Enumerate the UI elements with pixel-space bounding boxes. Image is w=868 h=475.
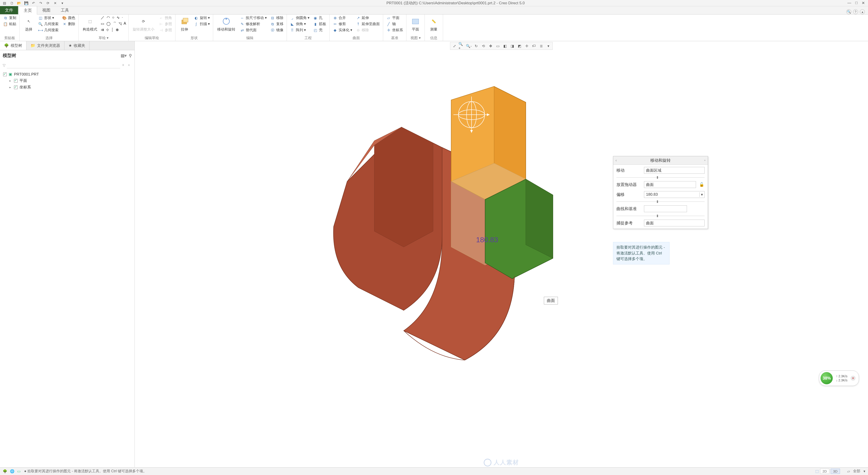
dimsearch-button[interactable]: ⟷几何搜索 [37,28,59,33]
select-button[interactable]: ↖选择 [22,16,35,33]
checkbox-icon[interactable] [14,79,18,83]
tree-item-plane[interactable]: ▸平面 [3,77,131,84]
perf-close-icon[interactable]: ✕ [850,376,856,381]
circle-icon[interactable]: ○ [112,16,114,20]
tree-item-csys[interactable]: ▸坐标系 [3,84,131,90]
color-button[interactable]: 🎨颜色 [61,16,76,21]
vt-more-icon[interactable]: ▾ [545,43,552,49]
performance-widget[interactable]: 38% ↑ 2.3K/s↓ 2.3K/s ✕ [819,370,859,386]
qat-save-icon[interactable]: 💾 [24,1,29,5]
rect-icon[interactable]: ▭ [101,22,104,26]
shell-button[interactable]: ◰壳 [312,28,327,33]
copy-button[interactable]: ⧉复制 [2,16,17,21]
vt-pan-icon[interactable]: ✥ [487,43,494,49]
slider-1[interactable] [616,177,705,178]
hole-button[interactable]: ◉孔 [312,16,327,21]
tree-filter-icon[interactable]: ⚲ [129,53,132,58]
file-tab[interactable]: 文件 [0,6,18,14]
rib-button[interactable]: ▮筋板 [312,22,327,27]
dim-move-button[interactable]: ↔按尺寸移动 ▾ [239,16,268,21]
project-icon[interactable]: ⊹ [106,28,109,32]
checkbox-icon[interactable] [14,86,18,89]
point-icon[interactable]: · [122,16,123,20]
extend-button[interactable]: ↗延伸 [355,16,381,21]
copy-move-button[interactable]: ⧉复移 [270,22,284,27]
expand-icon[interactable]: ▸ [9,79,12,82]
qat-undo-icon[interactable]: ↶ [31,1,36,5]
view-2d-button[interactable]: 2D [820,469,829,474]
tree-settings-icon[interactable]: ▤▾ [121,53,127,58]
curve-field[interactable] [644,205,687,212]
sb-filter-icon[interactable]: ▱ [847,469,850,473]
centerline-icon[interactable]: ┊ [111,28,114,32]
tree-search-input[interactable] [7,62,120,68]
chamfer2-button[interactable]: ◣倒角 ▾ [289,22,310,27]
home-tab[interactable]: 主页 [19,6,37,14]
vt-named-icon[interactable]: ▭ [494,43,501,49]
tree-search-clear[interactable]: × [120,63,126,67]
vt-saved-icon[interactable]: ◧ [502,43,508,49]
vt-refit-icon[interactable]: ⤢ [451,43,458,49]
pattern-button[interactable]: ⠿阵列 ▾ [289,28,310,33]
tree-tab-fav[interactable]: ★收藏夹 [64,41,90,50]
qat-menu-icon[interactable]: ▤ [2,1,7,5]
ellipse-icon[interactable]: ◯ [106,22,111,26]
datum-csys-button[interactable]: ✛坐标系 [385,28,404,33]
panel-pin-icon[interactable]: ▫ [704,158,706,162]
help-icon[interactable]: ? [853,9,858,14]
tree-tab-model[interactable]: 🌳模型树 [0,41,26,50]
fillet-icon[interactable]: ⌒ [113,22,116,26]
datum-axis-button[interactable]: ╱轴 [385,22,404,27]
trim-surf-button[interactable]: ✂修剪 [332,22,353,27]
vt-annot-icon[interactable]: 🏷 [530,43,537,49]
vt-repaint-icon[interactable]: ↻ [473,43,479,49]
text-icon[interactable]: A [124,22,126,26]
sweep-button[interactable]: ∫扫描 ▾ [193,22,211,27]
filter-dropdown-icon[interactable]: ▾ [864,469,865,473]
replace-face-button[interactable]: ⇄替代面 [239,28,268,33]
sb-window-icon[interactable]: ▭ [17,469,21,473]
geosearch-button[interactable]: 🔍几何搜索 [37,22,59,27]
construct-mode-button[interactable]: ⬚构造模式 [81,16,99,33]
tools-tab[interactable]: 工具 [56,6,74,14]
snap-field[interactable]: 曲面 [644,219,705,227]
delete-button[interactable]: ✕删除 [61,22,76,27]
view-3d-button[interactable]: 3D [831,469,840,474]
view-plane-button[interactable]: 平面 [409,16,422,33]
offset-icon[interactable]: ⇉ [101,28,104,32]
round-button[interactable]: ◞倒圆角 ▾ [289,16,310,21]
paste-button[interactable]: 📋粘贴 [2,22,17,27]
collapse-ribbon-icon[interactable]: ▴ [860,9,865,14]
merge-button[interactable]: ⊕合并 [332,16,353,21]
vt-layers-icon[interactable]: ≣ [538,43,545,49]
vt-zoomout-icon[interactable]: 🔍- [465,43,472,49]
offset-field[interactable]: 180.83 ▾ [644,191,705,198]
offset-dropdown-icon[interactable]: ▾ [700,192,704,197]
tree-root[interactable]: ▣PRT0001.PRT [3,71,131,77]
qat-dropdown-icon[interactable]: ▾ [60,1,65,5]
panel-prev-icon[interactable]: ‹ [616,158,617,162]
close-button[interactable]: ✕ [862,1,865,5]
dragger-field[interactable]: 曲面 [644,181,696,188]
graphics-viewport[interactable]: ⤢ 🔍+ 🔍- ↻ ⟲ ✥ ▭ ◧ ◨ ◩ ✛ 🏷 ≣ ▾ [135,41,868,467]
sb-tree-icon[interactable]: 🌳 [3,469,7,473]
vt-zoomin-icon[interactable]: 🔍+ [458,43,465,49]
shape-button[interactable]: ◫形状 ▾ [37,16,59,21]
vt-persp-icon[interactable]: ◩ [516,43,523,49]
qat-open-icon[interactable]: 📂 [16,1,22,5]
vt-style-icon[interactable]: ◨ [509,43,516,49]
checkbox-icon[interactable] [3,72,7,76]
move-rotate-button[interactable]: 移动和旋转 [215,16,237,33]
chamfer-icon[interactable]: ◹ [119,22,121,26]
revolve-button[interactable]: ◐旋转 ▾ [193,16,211,21]
help-search-icon[interactable]: 🔍 [846,9,851,14]
tree-search-add[interactable]: + [126,63,132,67]
sb-browser-icon[interactable]: 🌐 [10,469,14,473]
datum-plane-button[interactable]: ▱平面 [385,16,404,21]
qat-regen-icon[interactable]: ⟳ [45,1,51,5]
vt-datum-icon[interactable]: ✛ [523,43,530,49]
remove-button[interactable]: ⊟移除 [270,16,284,21]
solidify-button[interactable]: ◆实体化 ▾ [332,28,353,33]
vt-spin-icon[interactable]: ⟲ [480,43,487,49]
dimension-label[interactable]: 180.83 [476,236,498,244]
